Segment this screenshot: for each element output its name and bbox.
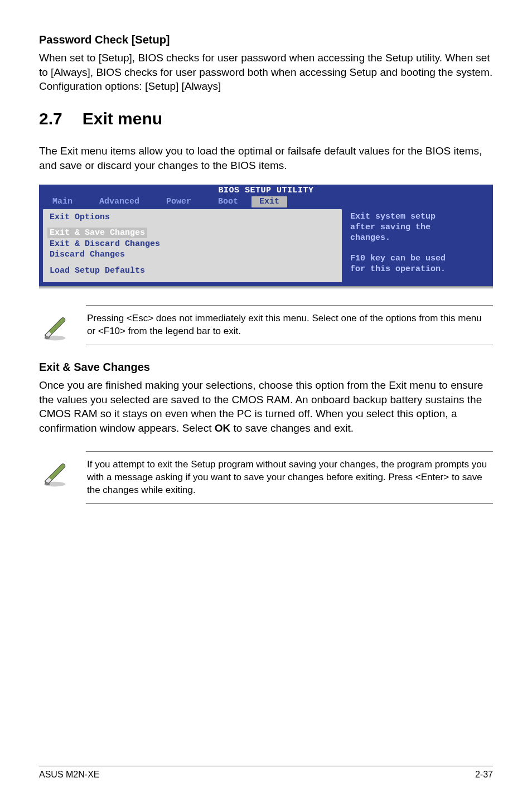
bios-help-line: for this operation. xyxy=(350,264,484,275)
bios-help-line xyxy=(350,243,484,254)
bios-tab-boot[interactable]: Boot xyxy=(205,195,252,209)
bios-screenshot: BIOS SETUP UTILITY Main Advanced Power B… xyxy=(39,185,493,289)
exit-save-heading: Exit & Save Changes xyxy=(39,361,493,374)
exit-save-paragraph: Once you are finished making your select… xyxy=(39,378,493,436)
bios-tab-bar: Main Advanced Power Boot Exit xyxy=(39,195,493,209)
section-title: 2.7Exit menu xyxy=(39,109,493,128)
exit-intro-paragraph: The Exit menu items allow you to load th… xyxy=(39,144,493,172)
note-callout: If you attempt to exit the Setup program… xyxy=(39,451,493,504)
bios-help-line: changes. xyxy=(350,233,484,244)
bios-item-exit-discard[interactable]: Exit & Discard Changes xyxy=(50,239,335,249)
footer-left: ASUS M2N-XE xyxy=(39,770,99,780)
note-text: Pressing <Esc> does not immediately exit… xyxy=(86,305,493,345)
bios-title: BIOS SETUP UTILITY xyxy=(39,185,493,195)
section-name: Exit menu xyxy=(83,109,162,128)
page-footer: ASUS M2N-XE 2-37 xyxy=(39,766,493,780)
bios-tab-main[interactable]: Main xyxy=(39,195,86,209)
note-callout: Pressing <Esc> does not immediately exit… xyxy=(39,305,493,345)
bios-left-panel: Exit Options Exit & Save Changes Exit & … xyxy=(42,209,342,283)
bios-item-discard-changes[interactable]: Discard Changes xyxy=(50,250,335,259)
password-check-paragraph: When set to [Setup], BIOS checks for use… xyxy=(39,51,493,94)
bios-tab-power[interactable]: Power xyxy=(153,195,205,209)
pencil-icon xyxy=(39,311,70,342)
bios-tab-advanced[interactable]: Advanced xyxy=(86,195,153,209)
exit-save-ok-bold: OK xyxy=(215,422,231,434)
bios-exit-options-header: Exit Options xyxy=(50,212,335,222)
bios-help-line: Exit system setup xyxy=(350,212,484,223)
password-check-heading: Password Check [Setup] xyxy=(39,33,493,46)
exit-save-text-post: to save changes and exit. xyxy=(230,422,354,434)
note-text: If you attempt to exit the Setup program… xyxy=(86,451,493,504)
bios-help-line: after saving the xyxy=(350,223,484,233)
bios-tab-exit[interactable]: Exit xyxy=(252,196,287,207)
pencil-icon xyxy=(39,457,70,488)
bios-item-load-defaults[interactable]: Load Setup Defaults xyxy=(50,266,335,276)
footer-right: 2-37 xyxy=(475,770,493,780)
section-number: 2.7 xyxy=(39,109,62,128)
bios-help-line: F10 key can be used xyxy=(350,254,484,264)
bios-item-exit-save[interactable]: Exit & Save Changes xyxy=(47,228,147,238)
bios-help-panel: Exit system setup after saving the chang… xyxy=(345,209,490,283)
